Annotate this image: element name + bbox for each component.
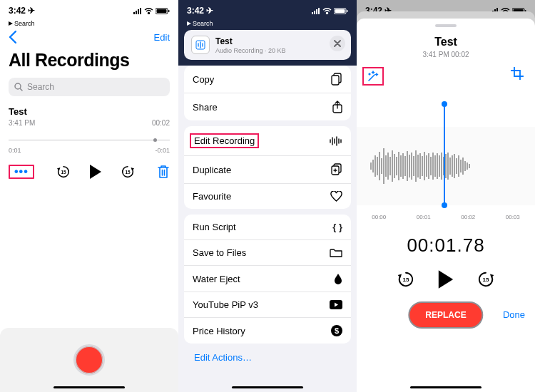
heart-icon: [330, 191, 342, 202]
share-icon: [332, 100, 342, 113]
svg-text:$: $: [335, 326, 339, 335]
tick: 00:00: [372, 214, 386, 220]
sheet-header: Test Audio Recording · 20 KB: [184, 30, 351, 60]
edit-button[interactable]: Edit: [154, 32, 170, 43]
menu-water-eject[interactable]: Water Eject: [184, 266, 351, 292]
record-button[interactable]: [73, 344, 105, 376]
options-highlight: •••: [9, 165, 34, 179]
replace-button[interactable]: REPLACE: [408, 301, 483, 329]
duplicate-icon: [331, 163, 342, 176]
copy-icon: [331, 73, 342, 86]
back-chevron-icon[interactable]: [9, 31, 16, 43]
skip-forward-15-icon[interactable]: 15: [477, 270, 495, 289]
wifi-icon: [501, 8, 510, 14]
svg-rect-13: [316, 9, 317, 14]
menu-copy[interactable]: Copy: [184, 66, 351, 93]
svg-rect-1: [136, 11, 137, 14]
breadcrumb-label: Search: [193, 20, 213, 27]
signal-icon: [312, 8, 320, 14]
location-icon: ✈︎: [384, 6, 392, 16]
sheet-grabber[interactable]: [435, 24, 457, 27]
waveform-icon: [330, 136, 342, 146]
close-button[interactable]: [330, 36, 345, 51]
menu-label: Share: [193, 102, 218, 113]
tick: 00:02: [461, 214, 475, 220]
svg-rect-2: [138, 9, 139, 14]
home-indicator: [232, 386, 303, 389]
svg-rect-32: [514, 9, 524, 13]
braces-icon: { }: [332, 222, 342, 232]
menu-share[interactable]: Share: [184, 93, 351, 120]
status-right: [490, 8, 526, 14]
menu-label: YouTube PiP v3: [193, 299, 258, 310]
status-right: [133, 8, 170, 14]
recording-duration: 00:02: [152, 119, 170, 127]
svg-rect-28: [492, 11, 494, 14]
svg-rect-27: [490, 12, 491, 14]
battery-icon: [334, 8, 348, 14]
menu-duplicate[interactable]: Duplicate: [184, 156, 351, 184]
svg-rect-5: [157, 9, 167, 13]
dollar-icon: $: [331, 325, 342, 336]
skip-back-15-icon[interactable]: 15: [56, 164, 71, 180]
svg-rect-33: [525, 10, 526, 12]
menu-label: Duplicate: [193, 165, 231, 175]
page-title: All Recordings: [0, 46, 178, 78]
share-menu: Copy Share Edit Recording Duplicate Favo…: [178, 66, 357, 392]
playhead[interactable]: [444, 104, 445, 205]
edit-title: Test: [357, 36, 535, 48]
edit-actions-button[interactable]: Edit Actions…: [184, 349, 351, 363]
edit-subtitle: 3:41 PM 00:02: [357, 51, 535, 58]
skip-back-15-icon[interactable]: 15: [397, 270, 415, 289]
svg-line-8: [21, 89, 23, 91]
timeline-ticks: 00:00 00:01 00:02 00:03: [357, 214, 535, 220]
magic-wand-icon[interactable]: [367, 70, 379, 83]
svg-rect-11: [312, 12, 313, 14]
menu-run-script[interactable]: Run Script { }: [184, 215, 351, 240]
status-bar: 3:42 ✈︎: [178, 0, 357, 20]
menu-youtube-pip[interactable]: YouTube PiP v3: [184, 292, 351, 318]
wifi-icon: [322, 8, 332, 14]
breadcrumb-label: Search: [14, 20, 35, 27]
svg-point-7: [15, 83, 21, 89]
breadcrumb[interactable]: Search: [0, 20, 178, 29]
menu-label: Water Eject: [193, 274, 240, 284]
delete-button[interactable]: [157, 165, 170, 179]
search-icon: [14, 83, 23, 91]
breadcrumb[interactable]: Search: [178, 20, 357, 29]
remaining-label: -0:01: [155, 147, 170, 154]
progress-scrubber[interactable]: [9, 134, 170, 145]
screen-all-recordings: 3:42 ✈︎ Search Edit All Recordings Searc…: [0, 0, 178, 392]
play-icon[interactable]: [88, 164, 103, 180]
current-time: 00:01.78: [357, 234, 535, 257]
play-icon[interactable]: [437, 269, 455, 289]
skip-forward-15-icon[interactable]: 15: [120, 164, 136, 180]
recording-item[interactable]: Test 3:41 PM 00:02 0:01 -0:01: [0, 96, 178, 154]
sheet-subtitle: Audio Recording · 20 KB: [215, 47, 344, 54]
waveform-area[interactable]: [357, 91, 535, 212]
menu-edit-recording[interactable]: Edit Recording: [184, 126, 351, 156]
menu-save-files[interactable]: Save to Files: [184, 240, 351, 266]
svg-rect-0: [133, 12, 135, 14]
status-bar: 3:42 ✈︎: [357, 0, 535, 20]
done-button[interactable]: Done: [503, 309, 525, 320]
playback-controls: 15 15: [357, 269, 535, 289]
svg-rect-16: [335, 9, 345, 13]
record-bar: [0, 328, 178, 392]
menu-label: Run Script: [193, 222, 236, 232]
status-time: 3:42: [365, 6, 382, 16]
status-right: [312, 8, 348, 14]
screen-edit-recording: 3:42 ✈︎ Test 3:41 PM 00:02: [357, 0, 535, 392]
crop-icon[interactable]: [511, 67, 524, 86]
svg-text:15: 15: [125, 170, 131, 175]
menu-price-history[interactable]: Price History $: [184, 318, 351, 344]
signal-icon: [490, 8, 499, 14]
svg-rect-12: [314, 11, 315, 14]
wifi-icon: [144, 8, 153, 14]
folder-icon: [330, 248, 342, 258]
menu-favourite[interactable]: Favourite: [184, 184, 351, 209]
search-input[interactable]: Search: [9, 78, 170, 96]
drop-icon: [334, 273, 342, 284]
screen-share-sheet: 3:42 ✈︎ Search Test Audio Recording · 20…: [178, 0, 357, 392]
more-button[interactable]: •••: [14, 168, 29, 175]
